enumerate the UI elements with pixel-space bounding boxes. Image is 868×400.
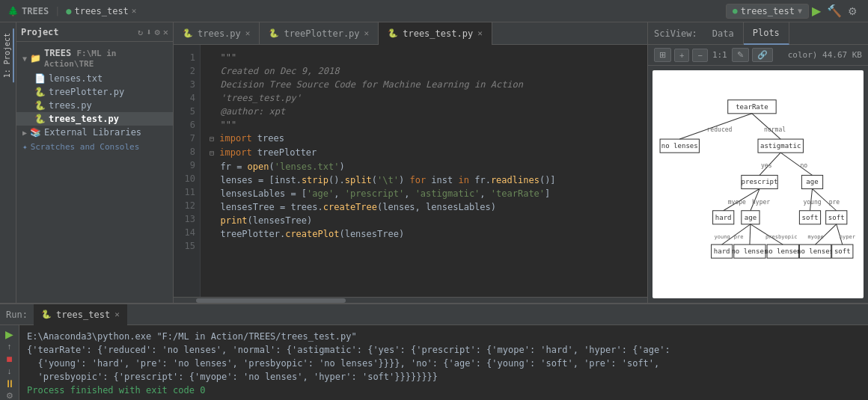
tab-icon3: 🐍 bbox=[388, 28, 398, 38]
tab-close2[interactable]: ✕ bbox=[364, 28, 370, 38]
svg-text:myope: myope bbox=[728, 199, 746, 206]
run-tab-bar: Run: 🐍 trees_test ✕ bbox=[0, 304, 868, 325]
external-libraries-label: External Libraries bbox=[44, 127, 141, 138]
settings-button[interactable]: ⚙ bbox=[845, 5, 861, 17]
sciview-tab-data[interactable]: Data bbox=[703, 22, 744, 45]
zoom-level: 1:1 bbox=[712, 50, 727, 60]
sidebar-item-trees[interactable]: 🐍 trees.py bbox=[16, 99, 173, 112]
code-editor[interactable]: """ Created on Dec 9, 2018 Decision Tree… bbox=[201, 45, 647, 297]
code-line-4: 'trees_test.py' bbox=[210, 91, 638, 105]
app-title: TREES bbox=[22, 6, 49, 16]
svg-text:soft: soft bbox=[828, 214, 845, 221]
run-down-button[interactable]: ↓ bbox=[3, 366, 16, 376]
collapse-icon[interactable]: ⬇ bbox=[146, 27, 151, 37]
sidebar-item-scratches[interactable]: ✦ Scratches and Consoles bbox=[16, 139, 173, 155]
sidebar-item-lenses-txt[interactable]: 📄 lenses.txt bbox=[16, 72, 173, 85]
link-button[interactable]: 🔗 bbox=[752, 48, 773, 62]
run-play-button[interactable]: ▶ bbox=[3, 328, 16, 340]
dropdown-arrow-icon: ▼ bbox=[798, 7, 802, 15]
run-label: Run: bbox=[0, 310, 34, 320]
svg-text:young: young bbox=[715, 233, 730, 240]
project-sidebar-tab[interactable]: 1: Project bbox=[0, 22, 16, 303]
code-line-5: @author: xpt bbox=[210, 105, 638, 118]
svg-text:pre: pre bbox=[829, 199, 840, 206]
scratches-icon: ✦ bbox=[22, 142, 28, 152]
file-name-active: trees_test.py bbox=[49, 114, 119, 124]
project-label: Project bbox=[21, 27, 59, 37]
svg-text:prescript: prescript bbox=[741, 179, 777, 186]
run-output-wrapper: ▶ ↑ ■ ↓ ⏸ ⚙ E:\Anaconda3\python.exe "F:/… bbox=[0, 325, 868, 400]
tab-label3: trees_test.py bbox=[403, 28, 473, 39]
zoom-out-button[interactable]: − bbox=[692, 49, 707, 62]
run-stop-button[interactable]: ■ bbox=[3, 353, 16, 365]
code-line-3: Decision Tree Source Code for Machine Le… bbox=[210, 78, 638, 91]
sidebar-item-external-libraries[interactable]: ▶ 📚 External Libraries bbox=[16, 126, 173, 139]
code-line-14: print(lensesTree) bbox=[210, 214, 638, 227]
grid-view-button[interactable]: ⊞ bbox=[654, 48, 671, 62]
run-tab-trees-test[interactable]: 🐍 trees_test ✕ bbox=[34, 304, 127, 325]
tree-root[interactable]: ▼ 📁 TREES F:\ML in Action\TRE bbox=[16, 45, 173, 72]
tab-close[interactable]: ✕ bbox=[245, 28, 251, 38]
build-button[interactable]: 🔨 bbox=[824, 4, 845, 18]
tab-tree-plotter-py[interactable]: 🐍 treePlotter.py ✕ bbox=[260, 22, 379, 45]
code-line-6: """ bbox=[210, 118, 638, 132]
run-tab-close-icon[interactable]: ✕ bbox=[114, 310, 120, 319]
code-line-15: treePlotter.createPlot(lensesTree) bbox=[210, 227, 638, 241]
zoom-in-button[interactable]: + bbox=[674, 49, 689, 62]
settings-sidebar-icon[interactable]: ⚙ bbox=[155, 27, 160, 37]
tree-svg: tearRate no lenses astigmatic reduced no… bbox=[652, 70, 864, 298]
edit-button[interactable]: ✎ bbox=[732, 48, 749, 62]
active-file-tab: ● trees_test ✕ bbox=[66, 6, 136, 16]
run-pause-button[interactable]: ⏸ bbox=[3, 378, 16, 390]
run-settings-button[interactable]: ⚙ bbox=[3, 391, 16, 400]
root-folder-label: TREES F:\ML in Action\TRE bbox=[44, 48, 167, 69]
run-config[interactable]: ● trees_test ▼ bbox=[726, 4, 809, 19]
sciview-tab-plots[interactable]: Plots bbox=[744, 22, 789, 45]
bottom-panel: Run: 🐍 trees_test ✕ ▶ ↑ ■ ↓ ⏸ ⚙ E:\Anaco… bbox=[0, 303, 868, 400]
file-tree: ▼ 📁 TREES F:\ML in Action\TRE 📄 lenses.t… bbox=[16, 42, 173, 303]
svg-text:astigmatic: astigmatic bbox=[760, 142, 801, 150]
sciview-panel: SciView: Data Plots ⊞ + − 1:1 ✎ 🔗 color)… bbox=[647, 22, 868, 303]
root-folder-icon: 📁 bbox=[30, 53, 41, 64]
run-up-button[interactable]: ↑ bbox=[3, 342, 16, 351]
code-line-2: Created on Dec 9, 2018 bbox=[210, 64, 638, 78]
svg-text:age: age bbox=[745, 214, 757, 221]
code-line-13: lensesTree = trees.createTree(lenses, le… bbox=[210, 200, 638, 214]
tab-close3[interactable]: ✕ bbox=[477, 28, 483, 38]
svg-text:tearRate: tearRate bbox=[736, 103, 768, 111]
py-file-icon: 🐍 bbox=[34, 87, 46, 97]
run-tab-name: trees_test bbox=[56, 310, 110, 320]
title-bar: 🌲 TREES | ● trees_test ✕ ● trees_test ▼ … bbox=[0, 0, 868, 22]
tab-label2: treePlotter.py bbox=[284, 28, 359, 39]
play-button[interactable]: ▶ bbox=[809, 4, 824, 18]
sciview-label: SciView: bbox=[648, 28, 703, 39]
sidebar-item-trees-test[interactable]: 🐍 trees_test.py bbox=[16, 112, 173, 126]
tab-trees-py[interactable]: 🐍 trees.py ✕ bbox=[174, 22, 260, 45]
svg-text:soft: soft bbox=[834, 247, 851, 255]
expand-arrow-icon: ▶ bbox=[22, 129, 27, 137]
close-sidebar-icon[interactable]: ✕ bbox=[163, 27, 168, 37]
svg-text:yes: yes bbox=[761, 162, 772, 169]
svg-text:no lenses: no lenses bbox=[765, 247, 801, 255]
run-controls: ▶ ↑ ■ ↓ ⏸ ⚙ bbox=[0, 325, 19, 400]
run-output[interactable]: E:\Anaconda3\python.exe "F:/ML in Action… bbox=[19, 325, 868, 400]
horizontal-scrollbar[interactable] bbox=[174, 297, 647, 303]
sync-icon[interactable]: ↻ bbox=[138, 27, 143, 37]
svg-text:hyper: hyper bbox=[752, 199, 770, 206]
svg-text:soft: soft bbox=[802, 214, 819, 221]
tab-close-icon[interactable]: ✕ bbox=[132, 6, 137, 16]
tab-icon: 🐍 bbox=[183, 28, 193, 38]
svg-text:presbyopic: presbyopic bbox=[765, 233, 797, 240]
svg-text:hard: hard bbox=[714, 247, 730, 255]
run-config-icon: ● bbox=[733, 6, 738, 16]
code-line-11: lenses = [inst.strip().split('\t') for i… bbox=[210, 173, 638, 187]
tab-trees-test-py[interactable]: 🐍 trees_test.py ✕ bbox=[379, 22, 492, 45]
scratches-label: Scratches and Consoles bbox=[31, 142, 140, 152]
sidebar: Project ↻ ⬇ ⚙ ✕ ▼ 📁 TREES F:\ML in Actio… bbox=[16, 22, 174, 303]
tab-label: trees.py bbox=[198, 28, 241, 39]
txt-file-icon: 📄 bbox=[34, 73, 46, 84]
scrollbar-thumb[interactable] bbox=[196, 298, 346, 303]
sidebar-item-tree-plotter[interactable]: 🐍 treePlotter.py bbox=[16, 85, 173, 99]
project-vertical-label[interactable]: 1: Project bbox=[1, 28, 14, 82]
tab-icon2: 🐍 bbox=[269, 28, 279, 38]
